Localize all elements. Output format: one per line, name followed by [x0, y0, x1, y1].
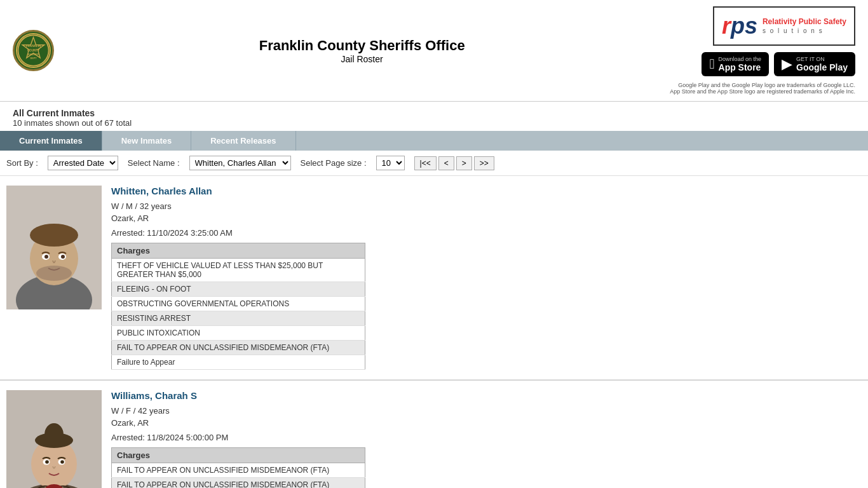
- inmate-photo-2: [6, 390, 102, 488]
- inmate-location-1: Ozark, AR: [111, 214, 862, 223]
- charge-row: FAIL TO APPEAR ON UNCLASSIFIED MISDEMEAN…: [112, 341, 365, 355]
- svg-text:COUNTY: COUNTY: [27, 49, 40, 52]
- trademark-text: Google Play and the Google Play logo are…: [670, 82, 855, 95]
- select-page-label: Select Page size :: [301, 158, 367, 168]
- inmates-info: All Current Inmates 10 inmates shown out…: [0, 102, 868, 131]
- svg-point-14: [44, 255, 48, 259]
- page-title: Franklin County Sheriffs Office: [54, 37, 670, 54]
- svg-point-16: [36, 266, 72, 281]
- appstore-badge[interactable]:  Download on the App Store: [702, 52, 769, 76]
- page-subtitle: Jail Roster: [54, 54, 670, 64]
- charge-row: RESISTING ARREST: [112, 311, 365, 326]
- inmate-record-1: Whitten, Charles Allan W / M / 32 years …: [0, 176, 868, 380]
- inmate-arrested-1: Arrested: 11/10/2024 3:25:00 AM: [111, 228, 862, 238]
- pagination-prev[interactable]: <: [438, 156, 454, 170]
- app-badges:  Download on the App Store ▶ GET IT ON …: [702, 52, 855, 76]
- inmates-subtitle: 10 inmates shown out of 67 total: [13, 118, 855, 128]
- pagination: |<< < > >>: [414, 156, 494, 170]
- inmate-details-1: Whitten, Charles Allan W / M / 32 years …: [111, 186, 862, 370]
- page-header: FRANKLIN COUNTY SHERIFF DEPT Franklin Co…: [0, 0, 868, 102]
- pagination-last[interactable]: >>: [474, 156, 494, 170]
- charges-header-1: Charges: [112, 243, 365, 259]
- charge-row: THEFT OF VEHICLE VALUED AT LESS THAN $25…: [112, 259, 365, 282]
- tab-new-inmates[interactable]: New Inmates: [102, 131, 191, 151]
- charge-row: FAIL TO APPEAR ON UNCLASSIFIED MISDEMEAN…: [112, 478, 365, 489]
- svg-text:DEPT: DEPT: [31, 57, 37, 60]
- inmates-title: All Current Inmates: [13, 108, 855, 118]
- select-page-select[interactable]: 10 25 50: [376, 156, 405, 170]
- charges-header-2: Charges: [112, 448, 365, 463]
- sheriff-badge: FRANKLIN COUNTY SHERIFF DEPT: [13, 30, 54, 71]
- charges-table-1: Charges THEFT OF VEHICLE VALUED AT LESS …: [111, 243, 365, 370]
- inmate-demo-2: W / F / 42 years: [111, 406, 862, 416]
- select-name-select[interactable]: Whitten, Charles Allan Williams, Charah …: [189, 156, 291, 170]
- charge-row: OBSTRUCTING GOVERNMENTAL OPERATIONS: [112, 297, 365, 311]
- inmate-location-2: Ozark, AR: [111, 418, 862, 428]
- header-right: rps Relativity Public Safety s o l u t i…: [670, 6, 855, 95]
- svg-text:SHERIFF: SHERIFF: [28, 53, 39, 56]
- charge-row: PUBLIC INTOXICATION: [112, 326, 365, 341]
- inmate-details-2: Williams, Charah S W / F / 42 years Ozar…: [111, 390, 862, 488]
- sort-by-label: Sort By :: [6, 158, 38, 168]
- svg-point-25: [45, 460, 49, 464]
- select-name-label: Select Name :: [128, 158, 180, 168]
- inmate-name-1[interactable]: Whitten, Charles Allan: [111, 186, 862, 196]
- googleplay-icon: ▶: [782, 56, 792, 72]
- charge-row: FLEEING - ON FOOT: [112, 282, 365, 297]
- svg-point-22: [44, 423, 64, 446]
- charge-row: Failure to Appear: [112, 355, 365, 370]
- rps-tagline: Relativity Public Safety s o l u t i o n…: [763, 17, 846, 36]
- inmate-record-2: Williams, Charah S W / F / 42 years Ozar…: [0, 381, 868, 488]
- inmate-photo-1: [6, 186, 102, 309]
- apple-icon: : [709, 56, 714, 72]
- rps-letters: rps: [722, 13, 757, 39]
- pagination-next[interactable]: >: [456, 156, 472, 170]
- header-title-block: Franklin County Sheriffs Office Jail Ros…: [54, 37, 670, 64]
- tab-current-inmates[interactable]: Current Inmates: [0, 131, 102, 151]
- rps-logo: rps Relativity Public Safety s o l u t i…: [713, 6, 855, 46]
- inmate-name-2[interactable]: Williams, Charah S: [111, 390, 862, 401]
- sort-by-select[interactable]: Arrested Date Name: [48, 156, 118, 170]
- svg-point-15: [61, 255, 65, 259]
- charge-row: FAIL TO APPEAR ON UNCLASSIFIED MISDEMEAN…: [112, 463, 365, 478]
- controls-bar: Sort By : Arrested Date Name Select Name…: [0, 151, 868, 176]
- tab-recent-releases[interactable]: Recent Releases: [191, 131, 295, 151]
- svg-point-11: [30, 224, 78, 247]
- nav-tabs: Current Inmates New Inmates Recent Relea…: [0, 131, 868, 151]
- googleplay-badge[interactable]: ▶ GET IT ON Google Play: [774, 52, 855, 76]
- charges-table-2: Charges FAIL TO APPEAR ON UNCLASSIFIED M…: [111, 447, 365, 488]
- svg-text:FRANKLIN: FRANKLIN: [26, 44, 41, 48]
- svg-point-26: [60, 460, 64, 464]
- inmate-arrested-2: Arrested: 11/8/2024 5:00:00 PM: [111, 433, 862, 442]
- inmate-demo-1: W / M / 32 years: [111, 201, 862, 211]
- pagination-first[interactable]: |<<: [414, 156, 437, 170]
